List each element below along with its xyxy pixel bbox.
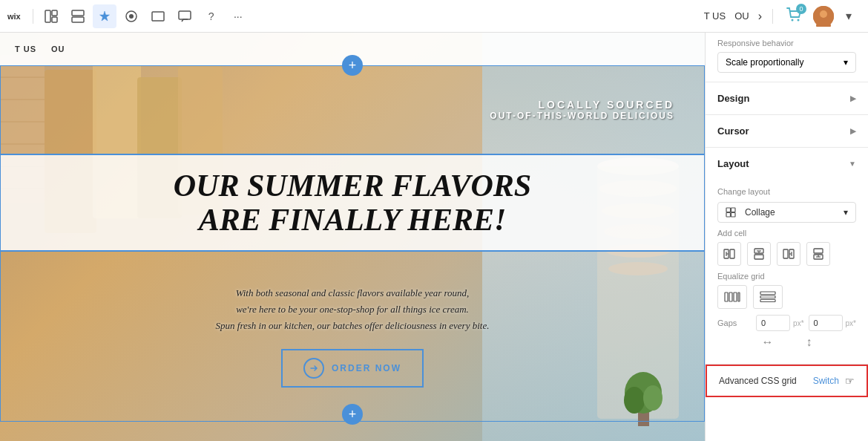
svg-rect-57 (729, 293, 732, 301)
gaps-horizontal-input[interactable]: 0 (756, 315, 790, 331)
svg-rect-39 (731, 213, 736, 218)
layout-content: Change layout Collage ▾ (706, 180, 868, 364)
tagline-text: LOCALLY SOURCED OUT-OF-THIS-WORLD DELICI… (490, 99, 674, 121)
avatar[interactable] (813, 6, 834, 27)
svg-rect-8 (179, 11, 191, 19)
gap-horizontal-arrow: ↔ (762, 336, 774, 349)
canvas-area: + T US OU LOCALLY SOURCED OUT-OF-THIS-WO… (0, 33, 705, 441)
collage-dropdown-arrow: ▾ (844, 207, 848, 218)
responsive-select[interactable]: Scale proportionally ▾ (717, 52, 856, 73)
right-panel: Responsive behavior Scale proportionally… (705, 33, 868, 441)
gaps-arrows: ↔ ↕ (717, 334, 856, 355)
advanced-css-row: Advanced CSS grid Switch ☞ (706, 365, 868, 397)
responsive-label: Responsive behavior (717, 39, 856, 48)
equalize-label: Equalize grid (717, 266, 856, 285)
svg-rect-41 (730, 249, 734, 258)
media-tool[interactable] (146, 4, 170, 28)
svg-rect-36 (726, 208, 731, 212)
toolbar-separator-2 (772, 9, 773, 24)
svg-rect-2 (52, 17, 57, 22)
svg-rect-45 (754, 255, 763, 259)
add-cell-right[interactable] (777, 242, 800, 266)
svg-rect-4 (72, 17, 84, 22)
add-cell-top[interactable] (747, 242, 771, 266)
svg-rect-61 (760, 296, 775, 298)
comment-tool[interactable] (173, 4, 197, 28)
equalize-icons (717, 285, 856, 309)
svg-rect-48 (783, 249, 788, 258)
svg-rect-3 (72, 10, 84, 16)
layout-arrow: ▼ (849, 160, 856, 168)
svg-point-12 (820, 10, 827, 18)
gaps-row: Gaps 0 px* 0 px* (717, 309, 856, 334)
responsive-section: Responsive behavior Scale proportionally… (706, 33, 868, 82)
add-section-bottom[interactable]: + (342, 404, 363, 425)
cursor-hand-icon: ☞ (845, 375, 855, 387)
toolbar: wix ? (0, 0, 868, 33)
equalize-rows[interactable] (753, 285, 783, 309)
cursor-arrow: ▶ (850, 127, 856, 135)
body-text: With both seasonal and classic flavors a… (216, 285, 490, 334)
gaps-v-unit: px* (846, 319, 856, 327)
advanced-css-label: Advanced CSS grid (719, 376, 797, 386)
switch-link[interactable]: Switch (813, 376, 839, 386)
cart-icon[interactable]: 0 (786, 7, 803, 25)
design-section-header[interactable]: Design ▶ (706, 82, 868, 114)
gaps-h-unit: px* (793, 319, 803, 327)
sections-tool[interactable] (66, 4, 90, 28)
svg-rect-59 (738, 293, 740, 301)
svg-rect-58 (734, 293, 737, 301)
svg-rect-56 (725, 293, 728, 301)
canvas-nav-1[interactable]: T US (15, 45, 36, 53)
main-area: + T US OU LOCALLY SOURCED OUT-OF-THIS-WO… (0, 33, 868, 441)
gap-vertical-arrow: ↕ (806, 336, 812, 349)
section-tagline: LOCALLY SOURCED OUT-OF-THIS-WORLD DELICI… (0, 65, 705, 154)
svg-rect-52 (814, 249, 823, 253)
add-cell-left[interactable] (717, 242, 741, 266)
panels-tool[interactable] (39, 4, 63, 28)
account-dropdown[interactable]: ▾ (837, 4, 861, 28)
help-tool[interactable]: ? (200, 4, 223, 28)
responsive-dropdown-arrow: ▾ (844, 57, 848, 68)
ai-tool[interactable] (93, 4, 116, 28)
toolbar-nav: T US OU › (704, 10, 762, 23)
nav-item-2[interactable]: OU (734, 10, 749, 22)
svg-point-6 (129, 14, 134, 19)
collage-icon (726, 207, 736, 218)
headline-text: OUR SUMMER FLAVORS ARE FINALLY HERE! (174, 169, 531, 237)
svg-rect-7 (152, 12, 164, 21)
svg-rect-62 (760, 300, 775, 302)
add-cell-icons (717, 242, 856, 266)
add-cell-bottom[interactable] (806, 242, 830, 266)
logo: wix (7, 12, 21, 21)
svg-rect-0 (45, 10, 50, 22)
canvas-nav-2[interactable]: OU (51, 45, 65, 53)
more-tool[interactable]: ··· (226, 4, 250, 28)
layout-section-header[interactable]: Layout ▼ (706, 148, 868, 180)
pin-tool[interactable] (119, 4, 143, 28)
svg-point-9 (792, 19, 794, 21)
svg-rect-1 (52, 10, 57, 16)
section-headline: OUR SUMMER FLAVORS ARE FINALLY HERE! (0, 154, 705, 251)
design-arrow: ▶ (850, 94, 856, 102)
equalize-columns[interactable] (717, 285, 747, 309)
toolbar-separator-1 (33, 9, 33, 24)
cursor-section: Cursor ▶ (706, 115, 868, 148)
add-section-top[interactable]: + (342, 55, 363, 76)
section-body: With both seasonal and classic flavors a… (0, 251, 705, 422)
order-now-button[interactable]: ORDER NOW (281, 349, 424, 388)
svg-point-10 (798, 19, 800, 21)
nav-item-1[interactable]: T US (704, 10, 726, 22)
gaps-vertical-input[interactable]: 0 (809, 315, 843, 331)
nav-more[interactable]: › (758, 10, 762, 23)
layout-section: Layout ▼ Change layout Collage (706, 148, 868, 365)
change-layout-label: Change layout (717, 180, 856, 202)
svg-rect-60 (760, 292, 775, 295)
order-btn-circle (303, 358, 324, 379)
cart-badge: 0 (796, 4, 806, 14)
add-cell-label: Add cell (717, 223, 856, 242)
design-section: Design ▶ (706, 82, 868, 115)
cursor-section-header[interactable]: Cursor ▶ (706, 115, 868, 147)
collage-select[interactable]: Collage ▾ (717, 202, 856, 223)
svg-rect-37 (731, 208, 736, 212)
